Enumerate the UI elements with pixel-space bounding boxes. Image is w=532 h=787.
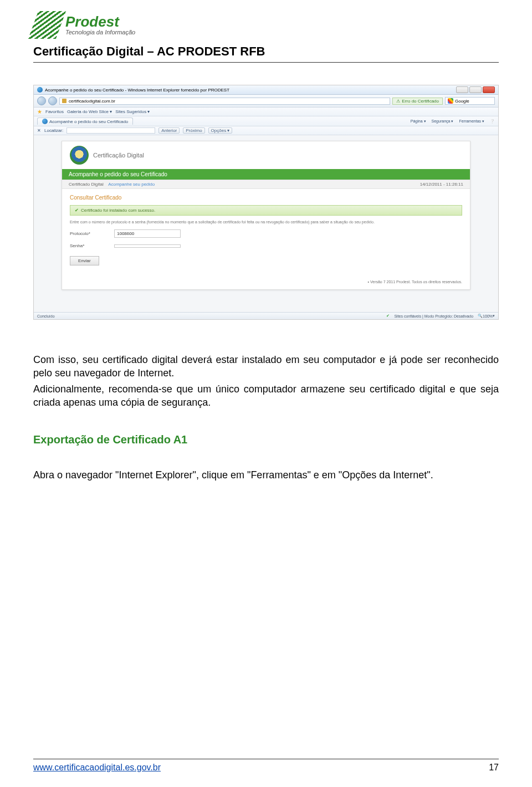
search-input[interactable]: Google xyxy=(445,97,495,105)
find-next-button[interactable]: Próximo xyxy=(183,127,204,134)
find-close-icon[interactable]: ✕ xyxy=(37,128,41,133)
find-prev-button[interactable]: Anterior xyxy=(158,127,180,134)
timestamp: 14/12/2011 - 11:26:11 xyxy=(420,182,463,187)
protocolo-field[interactable]: 1008600 xyxy=(114,229,181,238)
page-heading: Acompanhe o pedido do seu Certificado xyxy=(62,169,470,180)
find-bar: ✕ Localizar: Anterior Próximo Opções ▾ xyxy=(34,126,498,135)
breadcrumb-root: Certificado Digital xyxy=(69,182,104,187)
ssl-error-badge[interactable]: ⚠ Erro do Certificado xyxy=(392,98,443,105)
app-footer: • Versão 7 2011 Prodest. Todos os direit… xyxy=(62,274,470,289)
page-number: 17 xyxy=(489,763,499,773)
paragraph: Com isso, seu certificado digital deverá… xyxy=(33,353,499,380)
ie-icon xyxy=(37,87,43,93)
screenshot-browser-window: Acompanhe o pedido do seu Certificado - … xyxy=(33,85,499,320)
find-label: Localizar: xyxy=(44,128,63,133)
status-left: Concluído xyxy=(37,314,55,318)
zoom-level: 100% xyxy=(483,314,493,318)
status-trust: Sites confiáveis | Modo Protegido: Desat… xyxy=(394,314,473,318)
status-bar: Concluído ✔ Sites confiáveis | Modo Prot… xyxy=(34,312,498,319)
minimize-button[interactable] xyxy=(456,86,468,93)
ssl-label: Erro do Certificado xyxy=(402,99,439,104)
favorites-bar: ★ Favoritos Galeria do Web Slice ▾ Sites… xyxy=(34,108,498,116)
favorites-star-icon[interactable]: ★ xyxy=(37,109,42,115)
form-hint: Entre com o número de protocolo e a senh… xyxy=(70,220,462,224)
bookmark-item[interactable]: Galeria do Web Slice ▾ xyxy=(67,109,112,114)
tab-favicon xyxy=(42,119,48,124)
paragraph: Adicionalmente, recomenda-se que um únic… xyxy=(33,382,499,410)
search-engine-label: Google xyxy=(455,99,469,104)
favorites-label: Favoritos xyxy=(45,109,64,114)
url-text: certificadodigital.com.br xyxy=(69,99,115,104)
logo-name: Prodest xyxy=(65,14,135,29)
logo-tagline: Tecnologia da Informação xyxy=(65,29,135,35)
senha-label: Senha* xyxy=(70,243,114,248)
find-input[interactable] xyxy=(66,127,155,134)
success-text: Certificado foi instalado com sucesso. xyxy=(81,208,155,213)
enviar-button[interactable]: Enviar xyxy=(70,256,99,265)
tool-menu[interactable]: Ferramentas ▾ xyxy=(459,119,484,124)
back-button[interactable] xyxy=(37,96,46,105)
breadcrumb-link[interactable]: Acompanhe seu pedido xyxy=(108,182,155,187)
address-bar-row: certificadodigital.com.br ⚠ Erro do Cert… xyxy=(34,95,498,108)
window-titlebar: Acompanhe o pedido do seu Certificado - … xyxy=(34,85,498,95)
maximize-button[interactable] xyxy=(469,86,482,93)
zoom-icon[interactable]: 🔍 xyxy=(478,314,483,318)
section-heading: Exportação de Certificado A1 xyxy=(33,433,499,446)
paragraph: Abra o navegador "Internet Explorer", cl… xyxy=(33,468,499,482)
footer-url[interactable]: www.certificacaodigital.es.gov.br xyxy=(33,763,161,773)
find-options-button[interactable]: Opções ▾ xyxy=(208,127,233,134)
page-viewport: Certificação Digital Acompanhe o pedido … xyxy=(34,135,498,312)
address-input[interactable]: certificadodigital.com.br xyxy=(59,98,390,105)
app-title: Certificação Digital xyxy=(93,152,144,159)
document-title: Certificação Digital – AC PRODEST RFB xyxy=(33,44,499,63)
browser-tab[interactable]: Acompanhe o pedido do seu Certificado xyxy=(37,117,133,125)
breadcrumb: Certificado Digital Acompanhe seu pedido… xyxy=(62,180,470,189)
bookmark-item[interactable]: Sites Sugeridos ▾ xyxy=(115,109,150,114)
tool-menu[interactable]: Segurança ▾ xyxy=(432,119,454,124)
protocolo-label: Protocolo* xyxy=(70,231,114,236)
tab-title: Acompanhe o pedido do seu Certificado xyxy=(49,119,128,124)
success-message: Certificado foi instalado com sucesso. xyxy=(70,205,462,216)
logo-mark xyxy=(28,11,66,39)
senha-field[interactable] xyxy=(114,244,181,248)
page-footer: www.certificacaodigital.es.gov.br 17 xyxy=(33,759,499,773)
gov-emblem-icon xyxy=(70,146,89,165)
close-button[interactable] xyxy=(483,86,495,93)
zoom-dropdown-icon[interactable]: ▾ xyxy=(493,314,495,318)
section-title: Consultar Certificado xyxy=(70,195,462,201)
shield-icon: ✔ xyxy=(386,314,390,318)
help-icon[interactable]: ❔ xyxy=(490,119,495,124)
logo: Prodest Tecnologia da Informação xyxy=(33,11,499,39)
window-title-text: Acompanhe o pedido do seu Certificado - … xyxy=(45,88,229,93)
forward-button[interactable] xyxy=(48,96,57,105)
app-panel: Certificação Digital Acompanhe o pedido … xyxy=(62,141,470,290)
tool-menu[interactable]: Página ▾ xyxy=(411,119,426,124)
lock-icon xyxy=(62,99,66,103)
google-icon xyxy=(448,98,453,104)
tabs-row: Acompanhe o pedido do seu Certificado Pá… xyxy=(34,116,498,126)
